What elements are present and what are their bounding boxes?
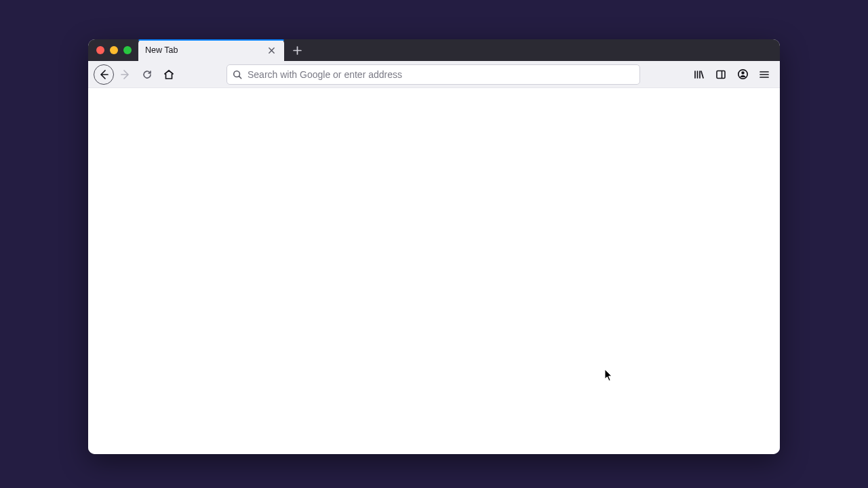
page-content-area [88, 88, 780, 454]
browser-window: New Tab [88, 39, 780, 454]
plus-icon [293, 46, 302, 55]
account-button[interactable] [732, 64, 753, 85]
forward-button[interactable] [115, 64, 136, 85]
toolbar-right [689, 64, 774, 85]
tab-close-button[interactable] [265, 44, 277, 56]
close-icon [268, 47, 275, 54]
home-icon [163, 69, 174, 80]
arrow-right-icon [120, 69, 131, 80]
window-maximize-button[interactable] [123, 46, 132, 54]
sidebar-icon [715, 69, 726, 80]
search-icon [233, 70, 242, 79]
svg-rect-1 [717, 70, 725, 78]
svg-point-3 [741, 71, 744, 74]
tab-title: New Tab [145, 45, 265, 55]
library-icon [694, 69, 705, 80]
back-button[interactable] [94, 64, 114, 85]
new-tab-button[interactable] [287, 40, 307, 60]
arrow-left-icon [98, 69, 109, 80]
library-button[interactable] [689, 64, 709, 85]
app-menu-button[interactable] [754, 64, 774, 85]
home-button[interactable] [159, 64, 179, 85]
reload-button[interactable] [137, 64, 157, 85]
address-bar[interactable] [226, 64, 640, 85]
tab-strip: New Tab [138, 39, 780, 61]
navigation-toolbar [88, 61, 780, 88]
window-minimize-button[interactable] [110, 46, 118, 54]
reload-icon [142, 69, 153, 80]
sidebar-button[interactable] [711, 64, 731, 85]
window-controls [88, 39, 138, 61]
address-input[interactable] [248, 69, 634, 80]
tab-active[interactable]: New Tab [138, 39, 284, 61]
window-close-button[interactable] [96, 46, 104, 54]
account-icon [737, 68, 749, 80]
title-bar: New Tab [88, 39, 780, 61]
hamburger-icon [759, 69, 770, 80]
